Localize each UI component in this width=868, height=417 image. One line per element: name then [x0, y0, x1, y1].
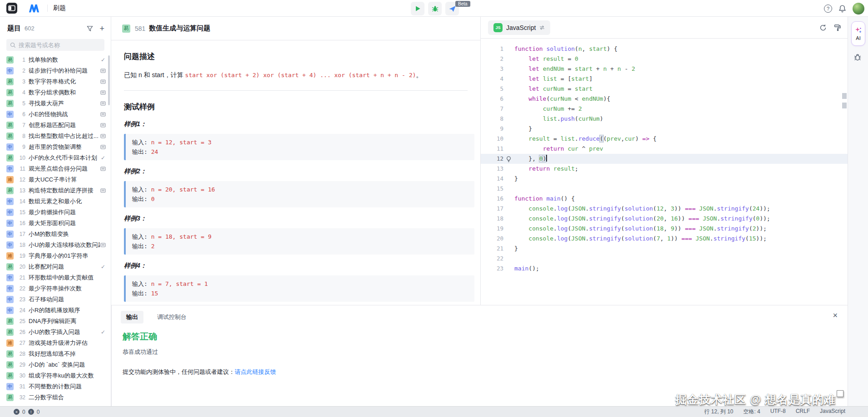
code-line[interactable]: 18 console.log(JSON.stringify(solution(2…: [481, 214, 848, 224]
problem-list-item[interactable]: 中6小E的怪物挑战: [0, 109, 111, 120]
code-line[interactable]: 1function solution(n, start) {: [481, 44, 848, 54]
problem-list-item[interactable]: 中11观光景点组合得分问题: [0, 163, 111, 174]
ai-assistant-button[interactable]: AI: [851, 21, 865, 46]
sidebar-scrollbar[interactable]: [108, 55, 110, 105]
problem-list-item[interactable]: 易13构造特定数组的逆序拼接: [0, 185, 111, 196]
code-line[interactable]: 13 return result;: [481, 164, 848, 174]
problem-list-item[interactable]: 易30组成字符串ku的最大次数: [0, 370, 111, 381]
code-line[interactable]: 9 }: [481, 124, 848, 134]
notifications-bell-icon[interactable]: [838, 5, 846, 13]
status-eol[interactable]: CRLF: [796, 408, 810, 416]
difficulty-badge: 难: [6, 176, 14, 183]
debug-button[interactable]: [428, 2, 442, 15]
problem-list-item[interactable]: 难12最大UCC子串计算: [0, 174, 111, 185]
reset-code-button[interactable]: [819, 24, 827, 31]
difficulty-badge: 中: [6, 231, 14, 238]
problem-title: 超市里的货物架调整: [29, 143, 100, 151]
code-line[interactable]: 17 console.log(JSON.stringify(solution(1…: [481, 204, 848, 214]
code-line[interactable]: 19 console.log(JSON.stringify(solution(1…: [481, 224, 848, 234]
problem-list-item[interactable]: 中9超市里的货物架调整: [0, 142, 111, 152]
problem-list-item[interactable]: 易10小F的永久代币卡回本计划✓: [0, 152, 111, 163]
problem-number: 7: [16, 122, 25, 128]
format-code-button[interactable]: [834, 24, 841, 31]
problem-list-item[interactable]: 易25DNA序列编辑距离: [0, 316, 111, 327]
code-line[interactable]: 23main();: [481, 264, 848, 274]
problem-list-item[interactable]: 中15最少前缀操作问题: [0, 207, 111, 218]
code-line[interactable]: 14}: [481, 174, 848, 184]
problem-list-item[interactable]: 易1找单独的数✓: [0, 54, 111, 65]
problem-list-item[interactable]: 难27游戏英雄升级潜力评估: [0, 338, 111, 348]
problem-list-item[interactable]: 中17小M的数组变换: [0, 229, 111, 240]
user-avatar[interactable]: [853, 3, 864, 15]
status-encoding[interactable]: UTF-8: [770, 408, 786, 416]
editor-scrollbar[interactable]: [842, 93, 847, 99]
code-line[interactable]: 8 list.push(curNum): [481, 114, 848, 124]
sidebar-toggle-button[interactable]: [6, 3, 17, 14]
problem-list-item[interactable]: 中18小U的最大连续移动次数问题: [0, 240, 111, 250]
code-line[interactable]: 12 }, 0): [481, 154, 848, 164]
code-line[interactable]: 6 while(curNum < endNUm){: [481, 94, 848, 104]
problem-list-item[interactable]: 中31不同整数的计数问题: [0, 381, 111, 392]
code-line[interactable]: 4 let list = [start]: [481, 74, 848, 84]
difficulty-badge: 中: [6, 383, 14, 390]
problem-list-item[interactable]: 易3数字字符串格式化: [0, 76, 111, 87]
problem-list-item[interactable]: 中21环形数组中的最大贡献值: [0, 272, 111, 283]
problem-list-item[interactable]: 难19字典序最小的01字符串: [0, 250, 111, 261]
code-line[interactable]: 5 let curNum = start: [481, 84, 848, 94]
add-problem-button[interactable]: +: [99, 25, 104, 32]
problem-list-item[interactable]: 中14数组元素之和最小化: [0, 196, 111, 207]
problem-list-item[interactable]: 中23石子移动问题: [0, 294, 111, 305]
errors-icon[interactable]: ×: [14, 409, 20, 415]
code-line[interactable]: 15: [481, 184, 848, 194]
code-line[interactable]: 22: [481, 254, 848, 264]
problem-list-item[interactable]: 中16最大矩形面积问题: [0, 218, 111, 229]
problem-list-item[interactable]: 易32二分数字组合: [0, 392, 111, 403]
code-area[interactable]: 1function solution(n, start) {2 let resu…: [481, 39, 848, 274]
help-icon[interactable]: ?: [824, 5, 832, 13]
editor-scrollbar-2[interactable]: [842, 103, 847, 108]
code-line[interactable]: 10 result = list.reduce((prev,cur) => {: [481, 134, 848, 144]
problem-list-item[interactable]: 易4数字分组求偶数和: [0, 87, 111, 98]
close-output-icon[interactable]: ×: [833, 311, 838, 320]
output-tabs: 输出调试控制台: [121, 311, 838, 324]
feedback-link[interactable]: 请点此链接反馈: [235, 368, 276, 375]
problem-list-item[interactable]: 中2徒步旅行中的补给问题: [0, 65, 111, 76]
note-icon: [100, 123, 106, 128]
search-input[interactable]: [19, 42, 96, 49]
output-tab[interactable]: 输出: [121, 311, 143, 324]
language-tab[interactable]: JS JavaScript: [488, 20, 550, 35]
status-language[interactable]: JavaScript: [820, 408, 845, 416]
code-line[interactable]: 3 let endNUm = start + n + n - 2: [481, 64, 848, 74]
filter-button[interactable]: [87, 25, 93, 32]
line-number: 1: [481, 44, 503, 54]
search-box[interactable]: [6, 39, 104, 51]
problem-list-item[interactable]: 易26小U的数字插入问题✓: [0, 327, 111, 338]
code-text: return cur ^ prev: [514, 144, 603, 154]
problem-list-item[interactable]: 易20比赛配对问题✓: [0, 261, 111, 272]
switch-language-icon[interactable]: [539, 25, 545, 30]
warnings-icon[interactable]: !: [28, 409, 34, 415]
output-tab[interactable]: 调试控制台: [152, 311, 192, 324]
problem-number: 28: [16, 351, 25, 357]
result-title: 解答正确: [123, 331, 838, 343]
problem-list-item[interactable]: 易7创意标题匹配问题: [0, 120, 111, 131]
brand-logo[interactable]: [27, 3, 41, 14]
problem-list-item[interactable]: 易5寻找最大葫芦: [0, 98, 111, 109]
status-cursor-position[interactable]: 行 12, 列 10: [704, 408, 733, 416]
debug-panel-button[interactable]: [853, 53, 862, 63]
code-line[interactable]: 7 curNum += 2: [481, 104, 848, 114]
problem-list-item[interactable]: 易8找出整型数组中占比超过...: [0, 131, 111, 142]
code-line[interactable]: 2 let result = 0: [481, 54, 848, 64]
code-line[interactable]: 16function main() {: [481, 194, 848, 204]
status-indent[interactable]: 空格: 4: [743, 408, 760, 416]
code-text: function solution(n, start) {: [514, 44, 617, 54]
problem-list-item[interactable]: 中22最少字符串操作次数: [0, 283, 111, 294]
problem-list-item[interactable]: 易29小D的 `abc` 变换问题: [0, 359, 111, 370]
problem-list-item[interactable]: 中24小R的随机播放顺序: [0, 305, 111, 316]
code-line[interactable]: 20 console.log(JSON.stringify(solution(7…: [481, 234, 848, 244]
run-button[interactable]: [411, 2, 424, 15]
problem-list-item[interactable]: 易28我好想逃却逃不掉: [0, 348, 111, 359]
example-output-line: 输出: 0: [132, 194, 468, 204]
code-line[interactable]: 21}: [481, 244, 848, 254]
code-line[interactable]: 11 return cur ^ prev: [481, 144, 848, 154]
